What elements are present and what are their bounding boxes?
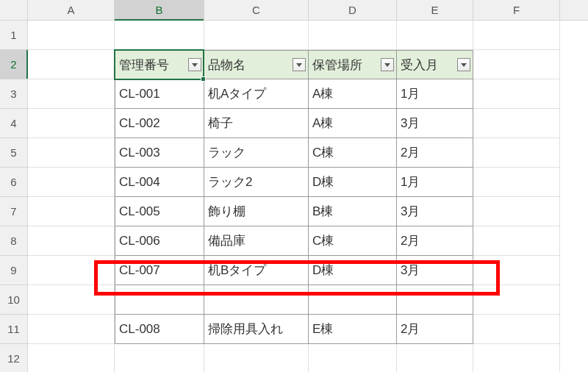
row-header-11[interactable]: 11: [0, 315, 27, 344]
cell-A5[interactable]: [28, 138, 115, 168]
row-header-1[interactable]: 1: [0, 21, 27, 50]
cell-F2[interactable]: [473, 50, 560, 79]
table-cell[interactable]: ラック: [204, 138, 309, 168]
row-header-8[interactable]: 8: [0, 226, 27, 256]
table-cell[interactable]: 1月: [397, 79, 473, 109]
cell-A10[interactable]: [28, 285, 115, 315]
filter-button-id[interactable]: [188, 58, 201, 71]
table-cell[interactable]: 2月: [397, 138, 473, 168]
col-header-B[interactable]: B: [115, 0, 204, 20]
cell-F5[interactable]: [473, 138, 560, 168]
cell-A11[interactable]: [28, 315, 115, 344]
cell-A4[interactable]: [28, 109, 115, 138]
table-cell[interactable]: CL-006: [115, 226, 204, 256]
table-cell[interactable]: CL-007: [115, 256, 204, 285]
cell-F6[interactable]: [473, 168, 560, 197]
cell-F8[interactable]: [473, 226, 560, 256]
cell-B1[interactable]: [115, 21, 204, 50]
table-cell[interactable]: 2月: [397, 226, 473, 256]
cell-F7[interactable]: [473, 197, 560, 226]
row-header-5[interactable]: 5: [0, 138, 27, 168]
table-cell[interactable]: D棟: [309, 256, 397, 285]
col-header-C[interactable]: C: [204, 0, 309, 20]
table-cell[interactable]: CL-004: [115, 168, 204, 197]
cell-C1[interactable]: [204, 21, 309, 50]
header-text: 品物名: [208, 57, 245, 74]
table-cell[interactable]: 机Aタイプ: [204, 79, 309, 109]
table-cell[interactable]: 机Bタイプ: [204, 256, 309, 285]
row-header-7[interactable]: 7: [0, 197, 27, 226]
filter-button-month[interactable]: [457, 58, 470, 71]
cell-E1[interactable]: [397, 21, 473, 50]
cell-A3[interactable]: [28, 79, 115, 109]
table-cell[interactable]: CL-001: [115, 79, 204, 109]
col-header-A[interactable]: A: [28, 0, 115, 20]
table-cell[interactable]: 飾り棚: [204, 197, 309, 226]
row-header-6[interactable]: 6: [0, 168, 27, 197]
table-cell[interactable]: 2月: [397, 315, 473, 344]
table-cell[interactable]: 掃除用具入れ: [204, 315, 309, 344]
row-header-9[interactable]: 9: [0, 256, 27, 285]
cell-F12[interactable]: [473, 344, 560, 372]
row-header-2[interactable]: 2: [0, 50, 27, 79]
row-header-4[interactable]: 4: [0, 109, 27, 138]
table-cell[interactable]: 1月: [397, 168, 473, 197]
cell-F1[interactable]: [473, 21, 560, 50]
table-cell[interactable]: E棟: [309, 315, 397, 344]
row-header-3[interactable]: 3: [0, 79, 27, 109]
cell-F11[interactable]: [473, 315, 560, 344]
table-cell[interactable]: [115, 285, 204, 315]
cell-A12[interactable]: [28, 344, 115, 372]
cell-A6[interactable]: [28, 168, 115, 197]
cell-area: 管理番号 品物名 保管場所 受入月 CL-001机AタイプA棟1月 CL-002…: [28, 21, 588, 372]
cell-B12[interactable]: [115, 344, 204, 372]
cell-F9[interactable]: [473, 256, 560, 285]
cell-C12[interactable]: [204, 344, 309, 372]
table-cell[interactable]: CL-005: [115, 197, 204, 226]
cell-A2[interactable]: [28, 50, 115, 79]
table-header-name[interactable]: 品物名: [204, 50, 309, 79]
table-cell[interactable]: CL-002: [115, 109, 204, 138]
col-header-F[interactable]: F: [473, 0, 560, 20]
cell-E12[interactable]: [397, 344, 473, 372]
cell-D12[interactable]: [309, 344, 397, 372]
cell-A7[interactable]: [28, 197, 115, 226]
table-cell[interactable]: CL-003: [115, 138, 204, 168]
cell-A9[interactable]: [28, 256, 115, 285]
table-cell[interactable]: [204, 285, 309, 315]
row-headers: 1 2 3 4 5 6 7 8 9 10 11 12: [0, 21, 28, 372]
cell-D1[interactable]: [309, 21, 397, 50]
cell-A1[interactable]: [28, 21, 115, 50]
table-cell[interactable]: 3月: [397, 197, 473, 226]
table-cell[interactable]: 備品庫: [204, 226, 309, 256]
table-cell[interactable]: B棟: [309, 197, 397, 226]
select-all-corner[interactable]: [0, 0, 28, 20]
table-cell[interactable]: D棟: [309, 168, 397, 197]
cell-A8[interactable]: [28, 226, 115, 256]
table-cell[interactable]: A棟: [309, 79, 397, 109]
table-header-month[interactable]: 受入月: [397, 50, 473, 79]
table-cell[interactable]: ラック2: [204, 168, 309, 197]
table-cell[interactable]: 3月: [397, 256, 473, 285]
cell-F4[interactable]: [473, 109, 560, 138]
table-cell[interactable]: 椅子: [204, 109, 309, 138]
row-header-10[interactable]: 10: [0, 285, 27, 315]
col-header-E[interactable]: E: [397, 0, 473, 20]
filter-button-name[interactable]: [293, 58, 306, 71]
table-cell[interactable]: [397, 285, 473, 315]
table-cell[interactable]: 3月: [397, 109, 473, 138]
table-cell[interactable]: C棟: [309, 138, 397, 168]
row-header-12[interactable]: 12: [0, 344, 27, 372]
table-cell[interactable]: CL-008: [115, 315, 204, 344]
table-header-location[interactable]: 保管場所: [309, 50, 397, 79]
spreadsheet-grid: A B C D E F 1 2 3 4 5 6 7 8 9 10 11 12: [0, 0, 588, 372]
cell-F10[interactable]: [473, 285, 560, 315]
table-cell[interactable]: A棟: [309, 109, 397, 138]
table-cell[interactable]: C棟: [309, 226, 397, 256]
cell-F3[interactable]: [473, 79, 560, 109]
table-cell[interactable]: [309, 285, 397, 315]
col-header-D[interactable]: D: [309, 0, 397, 20]
filter-button-location[interactable]: [381, 58, 394, 71]
header-text: 受入月: [401, 57, 438, 74]
table-header-id[interactable]: 管理番号: [115, 50, 204, 79]
